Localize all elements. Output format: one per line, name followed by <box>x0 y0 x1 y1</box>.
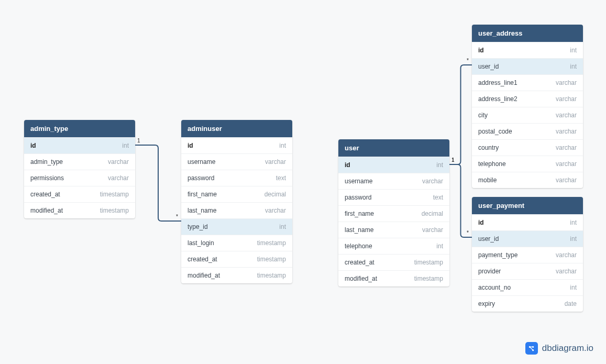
column-name: payment_type <box>478 251 517 259</box>
relationship-line <box>134 144 182 222</box>
table-column-row[interactable]: last_logintimestamp <box>181 235 292 251</box>
table-column-row[interactable]: created_attimestamp <box>181 251 292 267</box>
column-type: varchar <box>108 174 129 182</box>
table-column-row[interactable]: passwordtext <box>181 170 292 186</box>
column-name: modified_at <box>30 207 63 214</box>
column-name: user_id <box>478 63 499 70</box>
cardinality-label: * <box>467 58 469 63</box>
table-column-row[interactable]: address_line2varchar <box>472 91 583 107</box>
table-column-row[interactable]: cityvarchar <box>472 107 583 123</box>
table-column-row[interactable]: modified_attimestamp <box>24 202 135 218</box>
table-column-row[interactable]: usernamevarchar <box>338 173 449 189</box>
column-name: last_name <box>188 207 216 214</box>
table-column-row[interactable]: idint <box>24 137 135 153</box>
table-column-row[interactable]: telephonevarchar <box>472 156 583 172</box>
column-type: varchar <box>556 128 577 135</box>
column-name: account_no <box>478 284 511 291</box>
table-column-row[interactable]: created_attimestamp <box>338 254 449 270</box>
table-user[interactable]: useridintusernamevarcharpasswordtextfirs… <box>338 139 449 286</box>
column-type: text <box>276 174 286 182</box>
column-name: telephone <box>478 160 506 168</box>
table-column-row[interactable]: payment_typevarchar <box>472 247 583 263</box>
table-column-row[interactable]: created_attimestamp <box>24 186 135 202</box>
table-column-row[interactable]: idint <box>472 42 583 58</box>
table-column-row[interactable]: first_namedecimal <box>338 205 449 222</box>
table-header[interactable]: adminuser <box>181 120 292 137</box>
column-name: id <box>478 47 484 54</box>
table-column-row[interactable]: type_idint <box>181 218 292 235</box>
table-column-row[interactable]: last_namevarchar <box>181 202 292 218</box>
column-name: modified_at <box>345 275 377 282</box>
column-name: first_name <box>345 210 374 217</box>
table-header[interactable]: user_address <box>472 25 583 42</box>
column-type: varchar <box>556 251 577 259</box>
column-name: modified_at <box>188 272 220 279</box>
table-column-row[interactable]: permissionsvarchar <box>24 170 135 186</box>
column-type: varchar <box>422 226 443 234</box>
table-column-row[interactable]: providervarchar <box>472 263 583 279</box>
table-header[interactable]: user_payment <box>472 197 583 214</box>
column-type: varchar <box>556 160 577 168</box>
column-type: int <box>279 142 286 149</box>
table-column-row[interactable]: admin_typevarchar <box>24 153 135 170</box>
column-type: varchar <box>556 112 577 119</box>
column-type: int <box>436 242 443 250</box>
table-column-row[interactable]: address_line1varchar <box>472 74 583 91</box>
table-column-row[interactable]: modified_attimestamp <box>181 267 292 283</box>
table-column-row[interactable]: passwordtext <box>338 189 449 205</box>
column-name: id <box>478 219 484 226</box>
cardinality-label: 1 <box>137 138 140 144</box>
column-name: id <box>188 142 193 149</box>
column-name: type_id <box>188 223 208 230</box>
column-name: postal_code <box>478 128 512 135</box>
column-type: varchar <box>556 144 577 151</box>
column-type: int <box>279 223 286 230</box>
column-type: timestamp <box>414 259 443 266</box>
table-column-row[interactable]: idint <box>338 157 449 173</box>
table-column-row[interactable]: expirydate <box>472 295 583 312</box>
column-name: country <box>478 144 499 151</box>
table-column-row[interactable]: user_idint <box>472 58 583 74</box>
column-name: created_at <box>30 191 60 198</box>
column-type: int <box>570 63 577 70</box>
table-user_payment[interactable]: user_paymentidintuser_idintpayment_typev… <box>472 197 583 312</box>
table-header[interactable]: admin_type <box>24 120 135 137</box>
table-column-row[interactable]: countryvarchar <box>472 139 583 156</box>
table-column-row[interactable]: last_namevarchar <box>338 222 449 238</box>
table-column-row[interactable]: postal_codevarchar <box>472 123 583 139</box>
column-type: timestamp <box>100 191 129 198</box>
column-type: timestamp <box>100 207 129 214</box>
diagram-canvas[interactable]: admin_typeidintadmin_typevarcharpermissi… <box>0 0 606 364</box>
relationship-line <box>448 64 473 166</box>
cardinality-label: 1 <box>451 157 455 163</box>
table-header[interactable]: user <box>338 139 449 157</box>
table-column-row[interactable]: account_noint <box>472 279 583 295</box>
column-name: address_line2 <box>478 95 517 103</box>
column-type: date <box>565 300 577 307</box>
table-column-row[interactable]: idint <box>472 214 583 230</box>
table-column-row[interactable]: usernamevarchar <box>181 153 292 170</box>
table-column-row[interactable]: telephoneint <box>338 238 449 254</box>
column-type: varchar <box>422 178 443 185</box>
table-column-row[interactable]: idint <box>181 137 292 153</box>
table-adminuser[interactable]: adminuseridintusernamevarcharpasswordtex… <box>181 120 292 283</box>
table-column-row[interactable]: user_idint <box>472 230 583 247</box>
column-name: first_name <box>188 191 217 198</box>
column-type: int <box>570 284 577 291</box>
column-name: admin_type <box>30 158 63 166</box>
column-type: varchar <box>265 158 286 166</box>
column-name: id <box>30 142 36 149</box>
table-column-row[interactable]: mobilevarchar <box>472 172 583 188</box>
column-type: timestamp <box>257 256 286 263</box>
table-user_address[interactable]: user_addressidintuser_idintaddress_line1… <box>472 25 583 188</box>
table-admin_type[interactable]: admin_typeidintadmin_typevarcharpermissi… <box>24 120 135 218</box>
table-column-row[interactable]: first_namedecimal <box>181 186 292 202</box>
watermark: dbdiagram.io <box>525 342 593 355</box>
column-name: address_line1 <box>478 79 517 86</box>
column-type: int <box>570 235 577 242</box>
table-column-row[interactable]: modified_attimestamp <box>338 270 449 286</box>
column-type: text <box>433 194 443 201</box>
cardinality-label: * <box>467 230 469 236</box>
column-name: last_login <box>188 239 214 247</box>
column-type: int <box>570 47 577 54</box>
